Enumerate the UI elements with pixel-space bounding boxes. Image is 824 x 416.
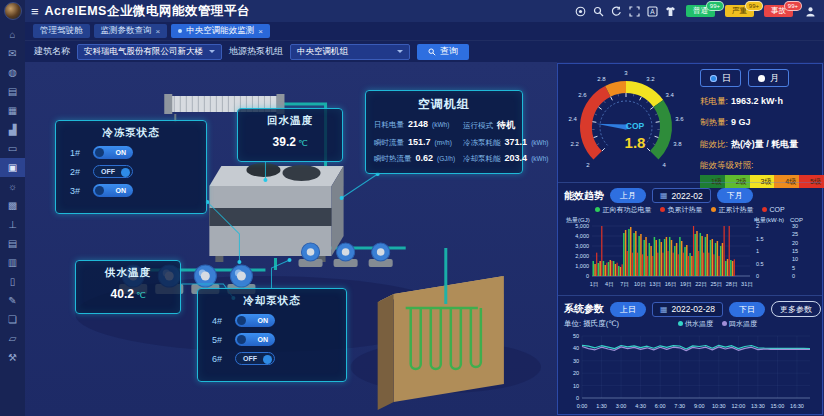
svg-text:30: 30: [792, 223, 798, 229]
user-avatar-icon[interactable]: [805, 6, 816, 17]
tab-bar: 管理驾驶舱监测参数查询×中央空调能效监测×: [25, 22, 824, 40]
alarm-button-事故[interactable]: 事故99+: [764, 5, 793, 18]
svg-text:2,000: 2,000: [575, 253, 589, 259]
svg-text:4:30: 4:30: [635, 403, 646, 409]
app-logo[interactable]: [4, 2, 22, 20]
ahu-stat-冷冻泵耗能: 冷冻泵耗能371.1(kWh): [463, 137, 548, 148]
sidebar-item-folder-icon[interactable]: ▤: [0, 82, 25, 101]
page-title: AcrelEMS企业微电网能效管理平台: [45, 3, 250, 20]
tab-监测参数查询[interactable]: 监测参数查询×: [94, 24, 168, 38]
monitor-icon: ▣: [8, 163, 17, 173]
bulb-icon: ☼: [8, 182, 17, 192]
svg-text:0: 0: [576, 395, 579, 401]
theme-skin-icon[interactable]: [665, 6, 676, 17]
building-icon: ▦: [8, 106, 17, 116]
svg-text:3.2: 3.2: [646, 76, 655, 82]
tab-管理驾驶舱[interactable]: 管理驾驶舱: [33, 24, 90, 38]
period-day-radio[interactable]: 日: [700, 69, 741, 87]
efficiency-trend-chart: 热量(GJ)电量(kW·h)COP01,0002,0003,0004,0005,…: [564, 214, 816, 298]
image-icon: ▭: [8, 144, 17, 154]
more-params-button[interactable]: 更多参数: [771, 301, 821, 317]
svg-text:10: 10: [792, 256, 798, 262]
search-icon[interactable]: [593, 6, 604, 17]
date-picker[interactable]: ▦2022-02-28: [652, 302, 723, 317]
next-day-button[interactable]: 下日: [729, 302, 765, 317]
svg-text:15:00: 15:00: [771, 403, 785, 409]
power-consumption-stat: 耗电量:1963.2 kW·h: [700, 96, 824, 108]
close-tab-icon[interactable]: ×: [156, 27, 161, 36]
sidebar-item-edit-icon[interactable]: ✎: [0, 291, 25, 310]
sidebar-item-grid-icon[interactable]: ▩: [0, 196, 25, 215]
svg-text:3,000: 3,000: [575, 243, 589, 249]
pump-row-2#: 2#OFF: [64, 165, 198, 178]
alarm-count-badge: 99+: [784, 1, 802, 11]
toggle-knob: [237, 335, 246, 344]
sidebar-item-bulb-icon[interactable]: ☼: [0, 177, 25, 196]
svg-text:31日: 31日: [741, 281, 753, 288]
alarm-count-badge: 99+: [706, 1, 724, 11]
svg-text:2.4: 2.4: [568, 116, 577, 122]
sidebar-item-message-icon[interactable]: ✉: [0, 44, 25, 63]
alarm-button-严重[interactable]: 严重99+: [725, 5, 754, 18]
menu-toggle-icon[interactable]: ≡: [31, 5, 39, 18]
sidebar-item-tools-icon[interactable]: ⚒: [0, 348, 25, 367]
temperature-legend: 供水温度回水温度: [619, 319, 816, 328]
sidebar-item-monitor-icon[interactable]: ▣: [0, 158, 25, 177]
svg-text:5,000: 5,000: [575, 223, 589, 229]
sidebar-item-calendar-icon[interactable]: ▤: [0, 234, 25, 253]
toggle-knob: [95, 186, 104, 195]
prev-day-button[interactable]: 上日: [610, 302, 646, 317]
section-title: 系统参数: [564, 302, 604, 316]
sidebar-item-image-icon[interactable]: ▭: [0, 139, 25, 158]
app-header: ≡ AcrelEMS企业微电网能效管理平台 A 普通99+严重99+事故99+: [25, 0, 824, 22]
pump-toggle-5#[interactable]: ON: [235, 333, 275, 346]
layers-icon: ❏: [8, 315, 17, 325]
search-button[interactable]: 查询: [417, 44, 469, 60]
svg-text:25: 25: [792, 231, 798, 237]
sidebar-item-chart-icon[interactable]: ▟: [0, 120, 25, 139]
sidebar-item-table-icon[interactable]: ▥: [0, 253, 25, 272]
sidebar-item-globe-icon[interactable]: ◍: [0, 63, 25, 82]
ahu-info-panel: 空调机组 日耗电量2148(kWh)运行模式待机瞬时流量151.7(m³/h)冷…: [365, 90, 523, 174]
tab-中央空调能效监测[interactable]: 中央空调能效监测×: [171, 24, 270, 38]
building-select[interactable]: 安科瑞电气股份有限公司新大楼: [77, 44, 222, 60]
alarm-button-普通[interactable]: 普通99+: [686, 5, 715, 18]
trend-legend: 正向有功总电量负累计热量正累计热量COP: [564, 205, 816, 214]
sidebar-item-document-icon[interactable]: ▱: [0, 329, 25, 348]
next-month-button[interactable]: 下月: [717, 188, 753, 203]
period-month-radio[interactable]: 月: [748, 69, 789, 87]
pump-toggle-4#[interactable]: ON: [235, 314, 275, 327]
pump-toggle-2#[interactable]: OFF: [93, 165, 133, 178]
pump-row-4#: 4#ON: [206, 314, 338, 327]
sidebar-item-battery-icon[interactable]: ▯: [0, 272, 25, 291]
month-picker[interactable]: ▦2022-02: [652, 188, 711, 203]
calendar-icon: ▦: [660, 191, 668, 200]
pump-toggle-1#[interactable]: ON: [93, 146, 133, 159]
pump-toggle-3#[interactable]: ON: [93, 184, 133, 197]
grid-icon: ▩: [8, 201, 17, 211]
sidebar-item-building-icon[interactable]: ▦: [0, 101, 25, 120]
close-tab-icon[interactable]: ×: [258, 27, 263, 36]
svg-text:3.4: 3.4: [666, 92, 675, 98]
sidebar-item-antenna-icon[interactable]: ⊥: [0, 215, 25, 234]
tools-icon: ⚒: [8, 353, 17, 363]
sidebar-item-home-icon[interactable]: ⌂: [0, 25, 25, 44]
ahu-stat-日耗电量: 日耗电量2148(kWh): [374, 119, 455, 132]
svg-text:30: 30: [573, 358, 579, 364]
folder-icon: ▤: [8, 87, 17, 97]
pump-toggle-6#[interactable]: OFF: [235, 352, 275, 365]
chilled-pump-status-panel: 冷冻泵状态 1#ON2#OFF3#ON: [55, 120, 207, 214]
fullscreen-icon[interactable]: [629, 6, 640, 17]
refresh-icon[interactable]: [611, 6, 622, 17]
svg-text:0:00: 0:00: [577, 403, 588, 409]
svg-text:28日: 28日: [726, 281, 738, 288]
sidebar-item-layers-icon[interactable]: ❏: [0, 310, 25, 329]
prev-month-button[interactable]: 上月: [610, 188, 646, 203]
unit-select[interactable]: 中央空调机组: [290, 44, 410, 60]
disc-icon[interactable]: [575, 6, 586, 17]
translate-icon[interactable]: A: [647, 6, 658, 17]
alarm-buttons: 普通99+严重99+事故99+: [686, 5, 793, 18]
svg-text:10日: 10日: [634, 281, 646, 288]
radio-dot-icon: [710, 75, 717, 82]
svg-text:10: 10: [573, 383, 579, 389]
